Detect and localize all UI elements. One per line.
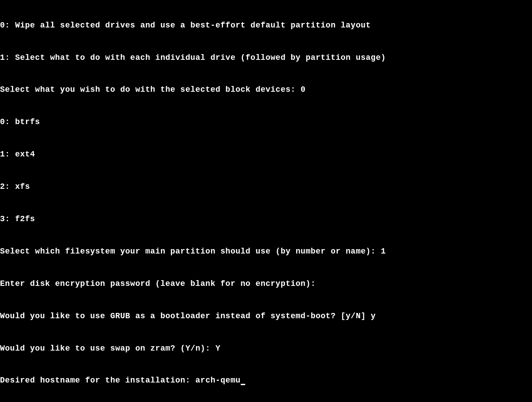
terminal-line-option-individual: 1: Select what to do with each individua… — [0, 52, 532, 63]
terminal-input-text[interactable]: arch-qemu — [196, 376, 241, 385]
cursor-icon — [241, 384, 245, 385]
terminal-output[interactable]: 0: BlockDevice(/run/archiso/bootmnt/arch… — [0, 0, 532, 397]
terminal-current-line[interactable]: Desired hostname for the installation: a… — [0, 375, 532, 386]
terminal-line-option-wipe: 0: Wipe all selected drives and use a be… — [0, 20, 532, 31]
terminal-prompt-text: Desired hostname for the installation: — [0, 376, 196, 385]
terminal-line-fs-btrfs: 0: btrfs — [0, 117, 532, 127]
terminal-line-zram-prompt: Would you like to use swap on zram? (Y/n… — [0, 343, 532, 354]
terminal-line-fs-xfs: 2: xfs — [0, 181, 532, 192]
terminal-line-encryption-prompt: Enter disk encryption password (leave bl… — [0, 278, 532, 289]
terminal-line-block-devices-select: Select what you wish to do with the sele… — [0, 84, 532, 95]
terminal-line-fs-select: Select which filesystem your main partit… — [0, 246, 532, 257]
terminal-line-fs-f2fs: 3: f2fs — [0, 214, 532, 224]
terminal-line-fs-ext4: 1: ext4 — [0, 149, 532, 160]
terminal-line-grub-prompt: Would you like to use GRUB as a bootload… — [0, 311, 532, 321]
